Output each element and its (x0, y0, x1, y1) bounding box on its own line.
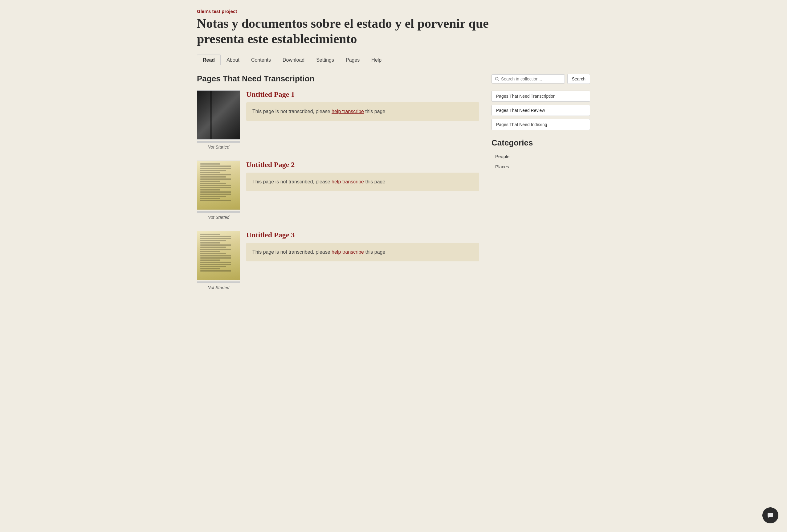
filter-button-review[interactable]: Pages That Need Review (491, 105, 590, 116)
search-input-wrap (491, 74, 565, 84)
document-title: Notas y documentos sobre el estado y el … (197, 16, 505, 47)
category-link-people[interactable]: People (491, 151, 590, 162)
page-status: Not Started (208, 285, 230, 290)
page-entry: Not StartedUntitled Page 1This page is n… (197, 90, 479, 149)
progress-bar (197, 141, 240, 143)
transcription-box: This page is not transcribed, please hel… (246, 102, 479, 121)
page-thumbnail-wrap: Not Started (197, 90, 240, 149)
progress-bar (197, 281, 240, 283)
page-name-link[interactable]: Untitled Page 2 (246, 161, 479, 169)
tab-settings[interactable]: Settings (310, 55, 340, 65)
filter-button-transcription[interactable]: Pages That Need Transcription (491, 91, 590, 102)
progress-bar (197, 211, 240, 213)
svg-rect-2 (768, 513, 773, 517)
page-wrapper: Glen's test project Notas y documentos s… (187, 0, 600, 320)
page-thumbnail[interactable] (197, 231, 240, 280)
search-icon (495, 77, 499, 81)
project-link[interactable]: Glen's test project (197, 8, 590, 14)
tab-read[interactable]: Read (197, 55, 221, 65)
main-layout: Pages That Need Transcription Not Starte… (197, 74, 590, 301)
page-entry: Not StartedUntitled Page 2This page is n… (197, 161, 479, 220)
help-transcribe-link[interactable]: help transcribe (332, 109, 364, 114)
sidebar: Search Pages That Need TranscriptionPage… (491, 74, 590, 301)
help-transcribe-link[interactable]: help transcribe (332, 179, 364, 184)
content-area: Pages That Need Transcription Not Starte… (197, 74, 479, 301)
tab-bar: ReadAboutContentsDownloadSettingsPagesHe… (197, 54, 590, 65)
page-thumbnail-wrap: Not Started (197, 161, 240, 220)
transcription-box: This page is not transcribed, please hel… (246, 173, 479, 191)
page-thumbnail[interactable] (197, 90, 240, 140)
page-thumbnail[interactable] (197, 161, 240, 210)
page-info: Untitled Page 3This page is not transcri… (246, 231, 479, 261)
tab-about[interactable]: About (221, 55, 245, 65)
tab-download[interactable]: Download (277, 55, 310, 65)
page-thumbnail-wrap: Not Started (197, 231, 240, 290)
tab-help[interactable]: Help (365, 55, 387, 65)
page-name-link[interactable]: Untitled Page 1 (246, 90, 479, 99)
page-info: Untitled Page 1This page is not transcri… (246, 90, 479, 121)
transcription-box: This page is not transcribed, please hel… (246, 243, 479, 261)
page-entry: Not StartedUntitled Page 3This page is n… (197, 231, 479, 290)
search-button[interactable]: Search (567, 74, 590, 84)
category-link-places[interactable]: Places (491, 162, 590, 172)
tab-pages[interactable]: Pages (340, 55, 365, 65)
filter-buttons: Pages That Need TranscriptionPages That … (491, 91, 590, 130)
chat-button[interactable] (762, 507, 779, 524)
help-transcribe-link[interactable]: help transcribe (332, 249, 364, 255)
categories-list: PeoplePlaces (491, 151, 590, 172)
page-status: Not Started (208, 215, 230, 220)
categories-title: Categories (491, 138, 590, 148)
search-row: Search (491, 74, 590, 84)
page-status: Not Started (208, 145, 230, 149)
page-info: Untitled Page 2This page is not transcri… (246, 161, 479, 191)
categories-section: Categories PeoplePlaces (491, 138, 590, 172)
tab-contents[interactable]: Contents (245, 55, 277, 65)
filter-button-indexing[interactable]: Pages That Need Indexing (491, 119, 590, 130)
pages-list: Not StartedUntitled Page 1This page is n… (197, 90, 479, 290)
section-title: Pages That Need Transcription (197, 74, 479, 84)
svg-line-1 (498, 80, 499, 81)
page-name-link[interactable]: Untitled Page 3 (246, 231, 479, 239)
search-input[interactable] (501, 77, 561, 81)
